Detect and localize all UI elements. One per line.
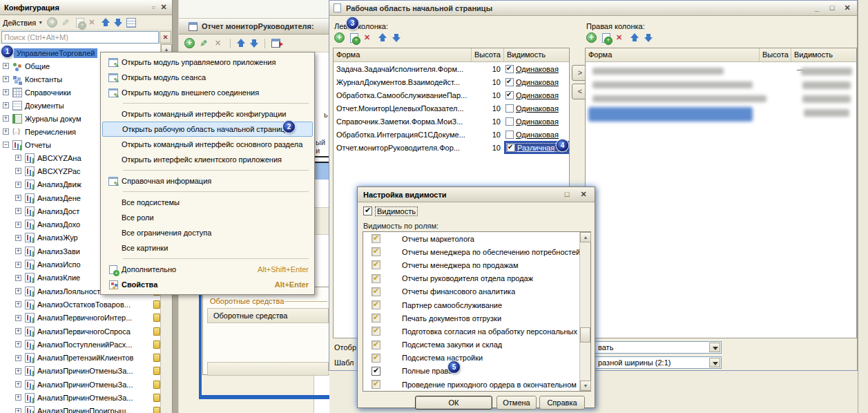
expand-icon[interactable]: + — [3, 115, 9, 122]
table-row[interactable]: Справочник.Заметки.Форма.МоиЗ... 10 Один… — [334, 115, 569, 128]
visibility-checkbox-row[interactable]: Видимость — [363, 206, 417, 215]
tree-report-item[interactable]: +АнализПричинПроигрыш... — [0, 405, 160, 413]
expand-icon[interactable]: + — [3, 76, 9, 82]
checkbox-checked-icon[interactable] — [363, 206, 372, 215]
scrollbar-thumb[interactable] — [580, 327, 590, 343]
scroll-down-icon[interactable]: ▼ — [580, 381, 591, 391]
copy-icon[interactable] — [76, 18, 84, 28]
visibility-cell[interactable]: Одинаковая — [504, 65, 569, 73]
role-row[interactable]: Отчеты менеджера по обеспечению потребно… — [363, 245, 590, 258]
close-icon[interactable]: ✕ — [578, 190, 589, 199]
move-up-icon[interactable] — [378, 33, 387, 42]
actions-menu-button[interactable]: Действия ▼ — [3, 19, 43, 27]
menu-item-open-command-interface[interactable]: Открыть командный интерфейс конфигурации — [102, 106, 313, 122]
checkbox-unchecked-icon[interactable] — [505, 104, 514, 113]
tree-report-item[interactable]: +АнализПервичногоСпроса — [0, 325, 160, 338]
checkbox-inherited-icon[interactable] — [372, 380, 380, 389]
visibility-link[interactable]: Одинаковая — [516, 78, 559, 86]
column-header-height[interactable]: Высота — [472, 48, 504, 61]
tree-report-item[interactable]: +АнализПретензийКлиентов — [0, 351, 160, 364]
expand-icon[interactable]: + — [15, 262, 21, 268]
expand-icon[interactable]: + — [3, 63, 9, 69]
table-row[interactable]: Обработка.СамообслуживаниеПар... 10 Один… — [334, 88, 569, 102]
role-row[interactable]: Подготовка согласия на обработку персона… — [363, 325, 590, 338]
cancel-button[interactable]: Отмена — [496, 396, 537, 410]
add-icon[interactable] — [47, 17, 57, 28]
menu-item-additional[interactable]: ДополнительноAlt+Shift+Enter — [102, 262, 313, 277]
add-icon[interactable] — [586, 32, 597, 43]
dialog-titlebar[interactable]: Настройка видимости □ ✕ — [358, 187, 595, 202]
tree-report-item[interactable]: +АнализПричинОтменыЗа... — [0, 391, 160, 404]
pin-icon[interactable]: ○ — [151, 3, 155, 11]
visibility-cell[interactable]: Одинаковая — [504, 104, 569, 113]
checkbox-checked-icon[interactable] — [505, 91, 514, 99]
menu-item-open-client-app-interface[interactable]: Открыть интерфейс клиентского приложения — [102, 152, 313, 167]
checkbox-inherited-icon[interactable] — [372, 247, 380, 256]
checkbox-inherited-icon[interactable] — [372, 314, 380, 323]
visibility-cell[interactable]: Одинаковая — [504, 131, 569, 139]
column-header-visibility[interactable]: Видимость — [504, 48, 569, 61]
menu-item-all-subsystems[interactable]: Все подсистемы — [102, 195, 313, 210]
expand-icon[interactable]: + — [15, 368, 21, 374]
role-row[interactable]: Печать документов отгрузки — [363, 311, 590, 325]
role-row[interactable]: Проведение приходного ордера в окончател… — [363, 378, 590, 391]
move-down-icon[interactable] — [392, 33, 401, 42]
expand-icon[interactable]: + — [15, 301, 21, 307]
move-down-icon[interactable] — [250, 39, 258, 48]
expand-icon[interactable]: + — [15, 195, 21, 201]
menu-item-open-start-page-workspace[interactable]: Открыть рабочую область начальной страни… — [102, 122, 313, 137]
expand-icon[interactable]: + — [3, 102, 9, 108]
role-row[interactable]: Отчеты менеджера по продажам — [363, 258, 590, 271]
table-row[interactable]: ЖурналДокументов.Взаимодейст... 10 Одина… — [334, 75, 569, 88]
chevron-down-icon[interactable] — [709, 343, 720, 352]
move-down-icon[interactable] — [114, 18, 122, 27]
menu-item-open-external-connection-module[interactable]: Открыть модуль внешнего соединения — [102, 85, 313, 100]
checkbox-unchecked-icon[interactable] — [505, 117, 514, 126]
role-row[interactable]: Отчеты финансового аналитика — [363, 285, 590, 298]
scroll-up-icon[interactable]: ▲ — [580, 232, 591, 242]
visibility-cell[interactable]: Одинаковая — [504, 78, 569, 86]
open-object-icon[interactable] — [126, 18, 136, 28]
tree-report-item[interactable]: +АнализПричинОтменыЗа... — [0, 378, 160, 391]
copy-icon[interactable] — [350, 33, 358, 43]
checkbox-inherited-icon[interactable] — [372, 300, 380, 309]
checkbox-inherited-icon[interactable] — [372, 234, 380, 243]
workspace-titlebar[interactable]: Рабочая область начальной страницы _ □ ✕ — [329, 1, 857, 16]
visibility-checkbox-label[interactable]: Видимость — [376, 207, 417, 215]
open-form-icon[interactable] — [271, 39, 280, 48]
table-row[interactable]: Обработка.ИнтеграцияС1СДокуме... 10 Один… — [334, 128, 569, 141]
expand-icon[interactable]: + — [15, 408, 21, 413]
column-header-height[interactable]: Высота — [760, 48, 791, 61]
expand-icon[interactable]: + — [15, 341, 21, 347]
menu-item-all-access-restrictions[interactable]: Все ограничения доступа — [102, 225, 313, 240]
checkbox-inherited-icon[interactable] — [372, 340, 380, 349]
move-down-icon[interactable] — [644, 33, 653, 42]
roles-scrollbar[interactable]: ▲ ▼ — [579, 232, 590, 391]
clear-search-icon[interactable]: ✕ — [160, 31, 171, 44]
expand-icon[interactable]: + — [15, 168, 21, 174]
delete-icon[interactable] — [616, 33, 625, 42]
edit-pencil-icon[interactable] — [61, 17, 72, 28]
role-row-full-rights[interactable]: Полные права — [363, 365, 590, 378]
visibility-link[interactable]: Одинаковая — [516, 117, 559, 126]
expand-icon[interactable]: + — [15, 208, 21, 214]
expand-icon[interactable]: + — [15, 235, 21, 241]
menu-item-properties[interactable]: СвойстваAlt+Enter — [102, 277, 313, 292]
expand-icon[interactable]: + — [15, 222, 21, 228]
expand-icon[interactable]: + — [15, 248, 21, 254]
checkbox-unchecked-icon[interactable] — [505, 131, 514, 139]
collapse-icon[interactable]: − — [3, 142, 9, 148]
expand-icon[interactable]: + — [15, 155, 21, 161]
expand-icon[interactable]: + — [3, 89, 9, 95]
visibility-link[interactable]: Одинаковая — [516, 91, 559, 99]
add-icon[interactable] — [334, 32, 345, 43]
monitor-window-titlebar[interactable]: Отчет мониторРуководителя: — [179, 19, 329, 35]
checkbox-checked-icon[interactable] — [507, 144, 515, 152]
checkbox-checked-icon[interactable] — [372, 367, 380, 376]
copy-icon[interactable] — [602, 33, 610, 43]
move-up-icon[interactable] — [102, 18, 110, 27]
expand-icon[interactable]: + — [15, 315, 21, 321]
maximize-icon[interactable]: □ — [561, 190, 572, 199]
table-row[interactable]: Отчет.МониторЦелевыхПоказател... 10 Один… — [334, 102, 569, 115]
column-header-visibility[interactable]: Видимость — [791, 48, 856, 61]
